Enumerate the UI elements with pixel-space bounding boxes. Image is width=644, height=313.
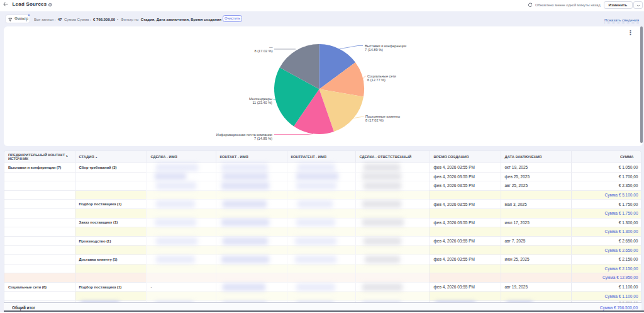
svg-text:—: —	[269, 45, 273, 49]
svg-text:11 (23.40 %): 11 (23.40 %)	[252, 101, 272, 105]
svg-text:6 (12.77 %): 6 (12.77 %)	[367, 78, 386, 82]
svg-text:7 (14.89 %): 7 (14.89 %)	[254, 137, 272, 140]
svg-text:8 (17.02 %): 8 (17.02 %)	[365, 118, 384, 122]
svg-text:8 (17.02 %): 8 (17.02 %)	[255, 49, 273, 53]
svg-text:7 (14.89 %): 7 (14.89 %)	[365, 48, 383, 52]
